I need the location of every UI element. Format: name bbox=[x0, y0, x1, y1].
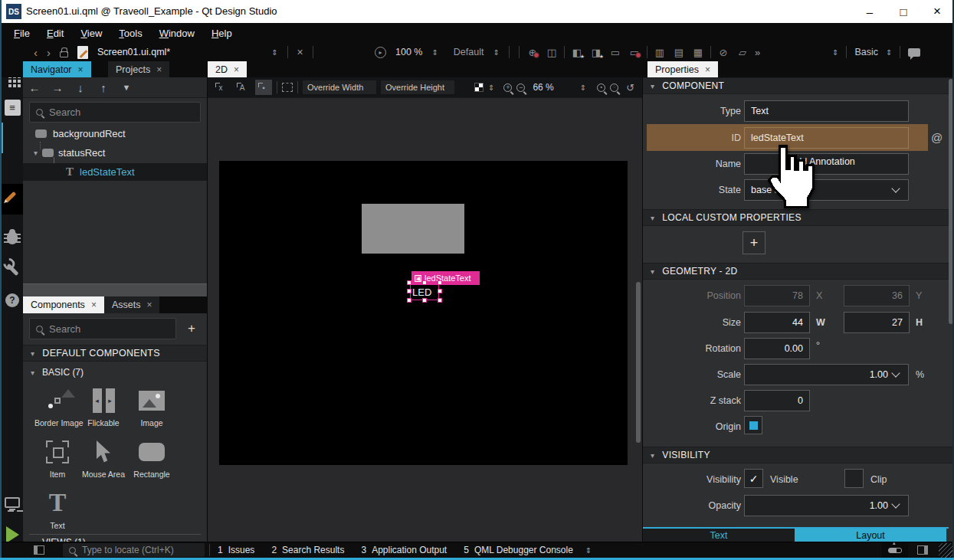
zoom-selection-icon[interactable]: ▪ bbox=[597, 84, 605, 92]
close-icon[interactable]: × bbox=[78, 64, 84, 75]
toggle-right-sidebar-icon[interactable] bbox=[917, 545, 928, 555]
tree-item-ledStateText[interactable]: T ledStateText bbox=[23, 163, 207, 181]
tab-assets[interactable]: Assets × bbox=[104, 296, 160, 313]
clip-checkbox[interactable] bbox=[844, 469, 864, 488]
lock-icon[interactable] bbox=[60, 51, 68, 57]
annotation-at-icon[interactable]: @ bbox=[931, 131, 943, 144]
forward-icon[interactable]: › bbox=[47, 46, 51, 59]
design-mode-icon[interactable] bbox=[2, 184, 23, 215]
move-down-icon[interactable]: ↓ bbox=[69, 81, 92, 94]
add-custom-property-button[interactable]: + bbox=[743, 231, 765, 254]
tab-properties[interactable]: Properties × bbox=[647, 61, 718, 77]
snapping-icon[interactable]: ▪ bbox=[255, 80, 272, 95]
components-search-input[interactable] bbox=[49, 323, 169, 335]
paste-formatting-icon[interactable]: ◨ bbox=[589, 47, 603, 58]
transform-icon[interactable]: ▱ bbox=[736, 47, 749, 58]
resize-handle[interactable] bbox=[422, 298, 427, 303]
close-icon[interactable]: × bbox=[156, 64, 162, 75]
snap-anchors-icon[interactable]: A bbox=[234, 80, 251, 95]
component-item[interactable]: Item bbox=[34, 438, 80, 479]
tools-mode-icon[interactable] bbox=[2, 256, 23, 283]
menu-help[interactable]: Help bbox=[204, 25, 240, 41]
show-bounds-icon[interactable] bbox=[282, 83, 293, 92]
section-basic[interactable]: ▾ BASIC (7) bbox=[31, 367, 84, 378]
toggle-left-sidebar-icon[interactable] bbox=[34, 545, 44, 555]
close-icon[interactable]: × bbox=[705, 64, 710, 75]
tree-item-statusRect[interactable]: ▾ statusRect bbox=[23, 144, 207, 162]
kit-dropdown-icon[interactable]: ⇕ bbox=[886, 48, 892, 57]
resize-handle[interactable] bbox=[407, 289, 411, 293]
tab-text-properties[interactable]: Text bbox=[643, 529, 795, 542]
tab-projects[interactable]: Projects × bbox=[108, 61, 169, 77]
build-progress-icon[interactable] bbox=[882, 542, 908, 558]
columns-layout-icon[interactable]: ▥ bbox=[653, 47, 667, 58]
anchors-icon[interactable]: ⊕ bbox=[526, 47, 539, 58]
resize-grip[interactable] bbox=[939, 543, 952, 558]
output-pane-dropdown-icon[interactable]: ⇕ bbox=[585, 546, 592, 555]
canvas-zoom-value[interactable]: 66 % bbox=[533, 82, 553, 93]
component-flickable[interactable]: ◂▸ Flickable bbox=[80, 387, 126, 427]
move-up-icon[interactable]: ↑ bbox=[92, 81, 115, 94]
bounding-rect-icon[interactable]: ▭ bbox=[608, 47, 622, 58]
navigator-search-input[interactable] bbox=[49, 106, 194, 118]
output-pane-qml-debugger-console[interactable]: 5QML Debugger Console bbox=[464, 545, 573, 555]
kit-selector-icon[interactable] bbox=[2, 489, 23, 516]
maximize-button[interactable]: □ bbox=[887, 0, 920, 23]
no-edit-icon[interactable]: ⊘ bbox=[716, 47, 730, 58]
type-field[interactable] bbox=[744, 100, 909, 122]
reset-view-icon[interactable]: ↺ bbox=[626, 82, 634, 93]
rows-layout-icon[interactable]: ▤ bbox=[672, 47, 686, 58]
resize-handle[interactable] bbox=[422, 280, 427, 285]
zoom-fit-icon[interactable]: ⁘ bbox=[610, 84, 618, 92]
override-icon[interactable]: ▭ bbox=[628, 47, 641, 58]
back-icon[interactable]: ‹ bbox=[34, 46, 38, 59]
background-dropdown-icon[interactable]: ⇕ bbox=[488, 84, 494, 92]
opacity-field[interactable] bbox=[744, 495, 909, 516]
origin-selector[interactable] bbox=[744, 416, 762, 434]
grid-layout-icon[interactable]: ▦ bbox=[691, 47, 705, 58]
close-icon[interactable]: × bbox=[234, 64, 239, 75]
open-file-name[interactable]: Screen01.ui.qml* bbox=[97, 47, 170, 57]
locator-input[interactable] bbox=[82, 545, 198, 555]
copy-formatting-icon[interactable]: ◧ bbox=[570, 47, 584, 58]
tree-item-backgroundRect[interactable]: backgroundRect bbox=[23, 125, 207, 142]
resize-handle[interactable] bbox=[438, 289, 442, 293]
output-pane-issues[interactable]: 1Issues bbox=[218, 545, 254, 555]
menu-window[interactable]: Window bbox=[152, 25, 202, 41]
tab-components[interactable]: Components × bbox=[23, 296, 104, 313]
chevron-down-icon[interactable] bbox=[891, 368, 900, 377]
toolbar-overflow-icon[interactable]: » bbox=[755, 47, 760, 58]
visible-checkbox[interactable]: ✓ bbox=[744, 469, 763, 488]
debug-mode-icon[interactable] bbox=[2, 224, 23, 251]
file-dropdown-icon[interactable]: ⇕ bbox=[271, 48, 277, 57]
resize-handle[interactable] bbox=[438, 298, 442, 303]
component-mouse-area[interactable]: Mouse Area bbox=[80, 438, 126, 479]
component-image[interactable]: Image bbox=[129, 387, 175, 427]
section-visibility[interactable]: ▾ VISIBILITY bbox=[643, 447, 954, 463]
tab-navigator[interactable]: Navigator × bbox=[23, 61, 91, 77]
size-height-field[interactable] bbox=[844, 312, 910, 333]
canvas-vertical-scrollbar[interactable] bbox=[636, 282, 641, 443]
style-selector[interactable]: Default bbox=[454, 47, 484, 57]
override-height-field[interactable]: Override Height bbox=[381, 80, 454, 94]
menu-edit[interactable]: Edit bbox=[39, 25, 71, 41]
section-component[interactable]: ▾ COMPONENT bbox=[643, 77, 954, 94]
preview-zoom-value[interactable]: 100 % bbox=[395, 47, 422, 57]
move-right-icon[interactable]: → bbox=[46, 81, 69, 94]
rotation-field[interactable] bbox=[744, 338, 810, 359]
zoom-in-icon[interactable]: + bbox=[503, 84, 512, 92]
menu-file[interactable]: File bbox=[6, 25, 38, 41]
tab-layout-properties[interactable]: Layout bbox=[795, 529, 946, 542]
close-icon[interactable]: × bbox=[91, 300, 97, 310]
help-mode-icon[interactable]: ? bbox=[2, 287, 23, 314]
kit-selector[interactable]: Basic bbox=[854, 47, 878, 57]
edit-document-icon[interactable] bbox=[77, 46, 88, 59]
canvas-zoom-dropdown-icon[interactable]: ⇕ bbox=[580, 84, 586, 92]
kit-spinner-icon[interactable]: ⇕ bbox=[832, 48, 838, 57]
run-preview-icon[interactable]: ▸ bbox=[375, 47, 386, 58]
section-default-components[interactable]: ▾ DEFAULT COMPONENTS bbox=[23, 345, 207, 362]
reset-size-icon[interactable]: ◫ bbox=[545, 47, 559, 58]
tab-2d[interactable]: 2D × bbox=[208, 61, 247, 77]
feedback-icon[interactable] bbox=[908, 48, 920, 57]
z-stack-field[interactable] bbox=[744, 390, 810, 411]
